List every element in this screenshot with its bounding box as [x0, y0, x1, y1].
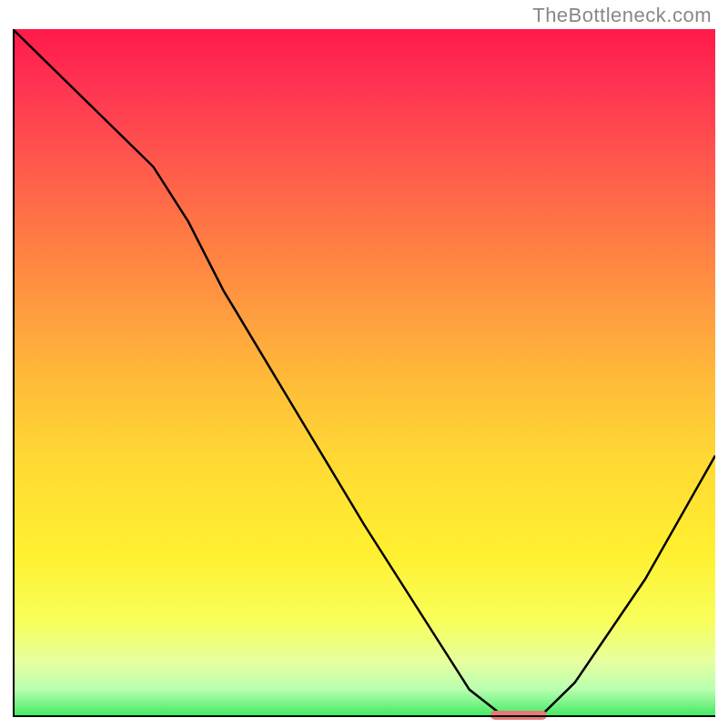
plot-area [13, 29, 715, 717]
curve-layer [13, 29, 715, 717]
optimal-range-marker [490, 711, 547, 720]
watermark-text: TheBottleneck.com [532, 4, 712, 27]
bottleneck-curve [13, 29, 715, 717]
